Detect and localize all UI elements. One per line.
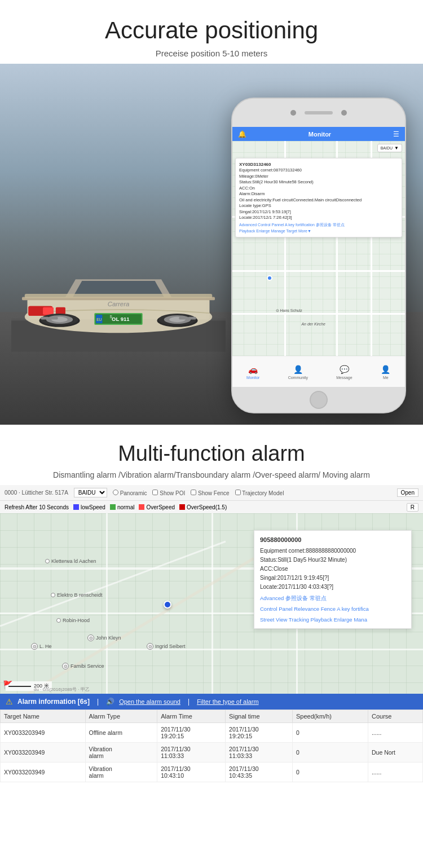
- cell-alarm-time: 2017/11/30 11:03:33: [157, 743, 226, 763]
- cell-target: XY0033203949: [1, 763, 86, 782]
- section2-header: Multi-function alarm Dismantling alarm /…: [0, 425, 423, 485]
- nav-me[interactable]: 👤 Me: [381, 364, 391, 380]
- popup-links3[interactable]: Street View Tracking Playback Enlarge Ma…: [260, 615, 406, 624]
- refresh-label: Refresh After 10 Seconds: [5, 504, 69, 510]
- section1-title: Accurate positioning: [11, 17, 412, 44]
- cell-signal-time: 2017/11/30 19:20:15: [226, 723, 293, 743]
- popup-links2[interactable]: Control Panel Relevance Fence A key fort…: [260, 605, 406, 613]
- device-info-popup: XY03D3132460 Equipment cornet:0870731324…: [235, 158, 402, 237]
- svg-rect-29: [188, 317, 196, 320]
- monitor-title: Monitor: [309, 131, 331, 138]
- trajectory-checkbox[interactable]: [235, 490, 241, 495]
- alarm-table-row: XY0033203949 Vibration alarm 2017/11/30 …: [1, 743, 423, 763]
- legend-over-speed-1-5: OverSpeed(1.5): [179, 504, 227, 510]
- svg-rect-9: [43, 307, 54, 315]
- alarm-table-row: XY0033203949 Offline alarm 2017/11/30 19…: [1, 723, 423, 743]
- nav-community-label: Community: [288, 376, 308, 380]
- section1-header: Accurate positioning Preceise position 5…: [0, 0, 423, 64]
- main-map-area: Kletterwa ld Aachen Elektro B renscheidt…: [0, 513, 423, 694]
- l-he-label: ⊙ L. He: [31, 643, 52, 650]
- toolbar-panoramic: Panoramic: [113, 490, 147, 496]
- cell-speed: 0: [292, 763, 368, 782]
- robin-hood-label: Robin-Hood: [56, 618, 90, 623]
- open-button[interactable]: Open: [397, 488, 418, 497]
- alarm-filter[interactable]: Filter the type of alarm: [197, 698, 258, 705]
- legend-over-speed: OverSpeed: [139, 504, 175, 510]
- popup-locate-type: Locate type:GPS: [239, 203, 398, 209]
- car-image: EU OL 911 S Carrera: [11, 219, 226, 368]
- nav-monitor[interactable]: 🚗 Monitor: [246, 364, 259, 380]
- panoramic-radio[interactable]: [113, 490, 118, 495]
- cell-target: XY0033203949: [1, 723, 86, 743]
- me-nav-icon: 👤: [381, 364, 391, 374]
- speed-legend: Refresh After 10 Seconds lowSpeed normal…: [0, 501, 423, 513]
- show-fence-checkbox[interactable]: [191, 490, 196, 495]
- svg-rect-28: [179, 317, 187, 320]
- john-kleyn-label: ⊙ John Kleyn: [87, 635, 121, 641]
- svg-text:S: S: [109, 315, 112, 319]
- popup-singal: Singal:2017/12/1 9:53:19[7]: [239, 209, 398, 215]
- col-speed: Speed(km/h): [292, 710, 368, 723]
- alarm-header-text: Alarm information [6s]: [17, 698, 90, 706]
- r-button[interactable]: R: [407, 503, 418, 512]
- alarm-sound-icon: 🔊: [106, 698, 114, 706]
- map-pin: [267, 275, 272, 281]
- popup-links2[interactable]: Playback Enlarge Manage Target More▼: [239, 228, 398, 234]
- map-full-section: 0000 · Lütticher Str. 517A BAIDU Panoram…: [0, 485, 423, 694]
- baidu-label: BAIDU: [381, 146, 393, 150]
- alarm-section: ⚠ Alarm information [6s] | 🔊 Open the al…: [0, 694, 423, 782]
- kletterwald-label: Kletterwa ld Aachen: [45, 558, 96, 564]
- phone-camera-right: [341, 110, 347, 116]
- community-nav-icon: 👤: [293, 364, 303, 374]
- popup-links1[interactable]: Advanced 参照设备 常驻点: [260, 594, 406, 602]
- svg-rect-31: [25, 294, 213, 298]
- alarm-table-header: Target Name Alarm Type Alarm Time Signal…: [1, 710, 423, 723]
- home-circle: [310, 391, 328, 409]
- elektro-label: Elektro B renscheidt: [51, 592, 103, 598]
- toolbar-show-fence: Show Fence: [191, 490, 229, 496]
- nav-message-label: Message: [336, 376, 352, 380]
- col-type: Alarm Type: [85, 710, 157, 723]
- toolbar-map-select[interactable]: BAIDU: [74, 488, 107, 497]
- nav-community[interactable]: 👤 Community: [288, 364, 308, 380]
- alarm-table-row: XY0033203949 Vibration alarm 2017/11/30 …: [1, 763, 423, 782]
- map-dropdown[interactable]: BAIDU ▼: [377, 144, 402, 152]
- svg-text:Carrera: Carrera: [108, 301, 130, 307]
- ingrid-label: ⊙ Ingrid Seibert: [147, 643, 186, 650]
- map-watermark: du · GS(2016)2089号 · 甲乙: [34, 686, 90, 693]
- phone-bottom-nav: 🚗 Monitor 👤 Community 💬 Message 👤 Me: [232, 356, 405, 387]
- section2-title: Multi-function alarm: [11, 442, 412, 466]
- popup-status: Status:Still(2 Hour30 Minute58 Second): [239, 179, 398, 186]
- col-course: Course: [368, 710, 422, 723]
- cell-course: Due Nort: [368, 743, 422, 763]
- alarm-header: ⚠ Alarm information [6s] | 🔊 Open the al…: [0, 694, 423, 710]
- svg-rect-26: [41, 317, 49, 320]
- alarm-open-sound[interactable]: Open the alarm sound: [119, 698, 180, 705]
- popup-alarm: Alarm:Disarm: [239, 191, 398, 197]
- col-alarm-time: Alarm Time: [157, 710, 226, 723]
- popup-oil: Oil and electricity:Fuel circuitConnecte…: [239, 197, 398, 204]
- section2-subtitle: Dismantling alarm /Vibration alarm/Trans…: [11, 470, 412, 479]
- cell-type: Vibration alarm: [85, 763, 157, 782]
- map-toolbar: 0000 · Lütticher Str. 517A BAIDU Panoram…: [0, 485, 423, 501]
- phone-speaker: [305, 111, 333, 114]
- col-target: Target Name: [1, 710, 86, 723]
- alarm-icon: ⚠: [6, 697, 13, 706]
- alarm-table: Target Name Alarm Type Alarm Time Signal…: [0, 710, 423, 782]
- cell-speed: 0: [292, 743, 368, 763]
- alarm-separator: |: [97, 698, 99, 706]
- svg-rect-27: [50, 317, 58, 320]
- phone-home-button[interactable]: [232, 387, 405, 412]
- popup-cornet: Equipment cornet:8888888880000000: [260, 547, 406, 556]
- phone-status-bar: 🔔 Monitor ☰: [232, 127, 405, 141]
- show-poi-checkbox[interactable]: [152, 490, 158, 495]
- popup-device-id: 905880000000: [260, 535, 406, 545]
- dropdown-arrow: ▼: [394, 146, 399, 151]
- famibi-label: ⊙ Famibi Service: [62, 663, 104, 669]
- popup-links1[interactable]: Advanced Control Pannel A key fortificat…: [239, 222, 398, 228]
- phone-map-area: BAIDU ▼ XY03D3132460 Equipment cornet:08…: [232, 141, 405, 356]
- nav-message[interactable]: 💬 Message: [336, 364, 352, 380]
- cell-speed: 0: [292, 723, 368, 743]
- popup-mileage: Mileage:0Meter: [239, 174, 398, 180]
- toolbar-show-poi: Show POI: [152, 490, 185, 496]
